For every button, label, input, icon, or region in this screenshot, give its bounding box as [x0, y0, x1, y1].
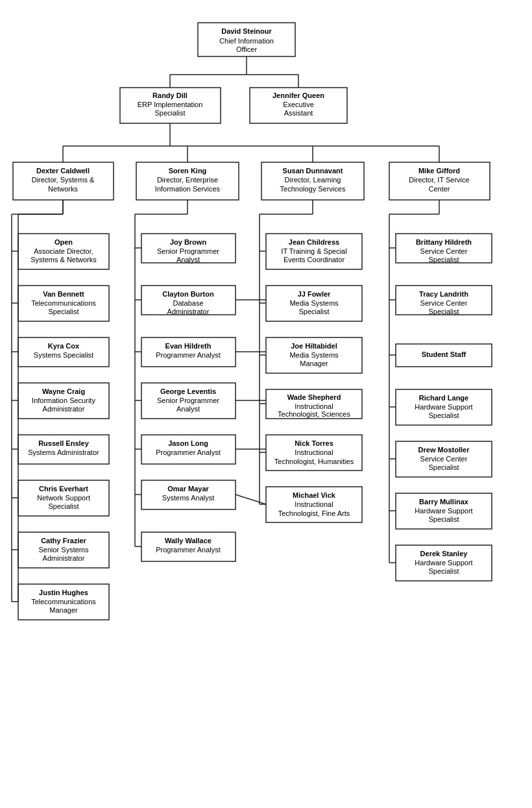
svg-text:Senior Systems: Senior Systems — [38, 546, 89, 554]
svg-text:Joy Brown: Joy Brown — [170, 238, 207, 246]
svg-text:Mike Gifford: Mike Gifford — [418, 167, 460, 175]
svg-text:Instructional: Instructional — [295, 500, 333, 508]
svg-text:Specialist: Specialist — [428, 411, 459, 419]
svg-text:Analyst: Analyst — [176, 405, 200, 413]
svg-text:Drew Mostoller: Drew Mostoller — [418, 446, 470, 454]
svg-text:Systems & Networks: Systems & Networks — [30, 256, 97, 263]
svg-text:Director, Systems &: Director, Systems & — [32, 176, 95, 184]
svg-text:Programmer Analyst: Programmer Analyst — [156, 448, 221, 456]
cio-title: Chief Information — [219, 37, 274, 45]
svg-text:Derek Stanley: Derek Stanley — [420, 550, 468, 557]
svg-text:Systems Specialist: Systems Specialist — [34, 351, 93, 359]
svg-text:Systems Analyst: Systems Analyst — [162, 494, 215, 502]
svg-text:Michael Vick: Michael Vick — [293, 491, 336, 499]
svg-text:Dexter Caldwell: Dexter Caldwell — [36, 167, 90, 175]
svg-text:Brittany Hildreth: Brittany Hildreth — [416, 238, 472, 246]
svg-text:Instructional: Instructional — [295, 402, 333, 410]
svg-text:ERP Implementation: ERP Implementation — [138, 101, 203, 108]
svg-text:Specialist: Specialist — [154, 109, 185, 117]
svg-text:Programmer Analyst: Programmer Analyst — [156, 351, 221, 359]
svg-text:Senior Programmer: Senior Programmer — [157, 397, 219, 404]
svg-text:Hardware Support: Hardware Support — [415, 559, 472, 567]
svg-text:Telecommunications: Telecommunications — [31, 598, 96, 606]
svg-text:Specialist: Specialist — [48, 308, 79, 315]
svg-text:Technologist, Sciences: Technologist, Sciences — [278, 410, 350, 418]
svg-text:Jennifer Queen: Jennifer Queen — [272, 92, 324, 99]
svg-text:Hardware Support: Hardware Support — [415, 507, 472, 515]
svg-text:Telecommunications: Telecommunications — [31, 299, 96, 307]
cio-name: David Steinour — [221, 27, 272, 35]
svg-line-188 — [236, 495, 266, 504]
svg-text:Russell Ensley: Russell Ensley — [38, 439, 90, 447]
svg-text:Instructional: Instructional — [295, 448, 333, 456]
cio-title2: Officer — [236, 45, 258, 53]
svg-text:Specialist: Specialist — [48, 502, 79, 510]
svg-text:Executive: Executive — [283, 101, 314, 108]
svg-text:Cathy Frazier: Cathy Frazier — [41, 537, 86, 545]
svg-text:Jean Childress: Jean Childress — [289, 238, 339, 246]
svg-text:Randy Dill: Randy Dill — [152, 92, 187, 99]
svg-text:Media Systems: Media Systems — [289, 299, 339, 307]
svg-text:Wade Shepherd: Wade Shepherd — [287, 393, 341, 401]
svg-text:Student Staff: Student Staff — [422, 350, 466, 358]
svg-text:Center: Center — [428, 185, 450, 193]
svg-text:Service Center: Service Center — [420, 247, 468, 255]
svg-text:Programmer Analyst: Programmer Analyst — [156, 546, 221, 554]
svg-text:Kyra Cox: Kyra Cox — [48, 342, 80, 350]
svg-text:Director, Enterprise: Director, Enterprise — [157, 176, 218, 184]
svg-text:George Leventis: George Leventis — [160, 387, 216, 395]
svg-text:Administrator: Administrator — [43, 554, 85, 562]
svg-text:Administrator: Administrator — [167, 308, 210, 315]
svg-text:Senior Programmer: Senior Programmer — [157, 247, 219, 255]
svg-text:Jason Long: Jason Long — [168, 439, 208, 447]
svg-text:Administrator: Administrator — [43, 405, 85, 413]
svg-text:Specialist: Specialist — [428, 515, 459, 523]
svg-text:Director, IT Service: Director, IT Service — [409, 176, 469, 184]
svg-text:JJ Fowler: JJ Fowler — [298, 290, 331, 298]
svg-text:Chris Everhart: Chris Everhart — [39, 485, 88, 493]
svg-text:Director, Learning: Director, Learning — [285, 176, 341, 184]
svg-text:Clayton Burton: Clayton Burton — [162, 290, 214, 298]
svg-text:Systems Administrator: Systems Administrator — [28, 448, 99, 456]
svg-text:Database: Database — [173, 299, 203, 307]
svg-text:Associate Director,: Associate Director, — [34, 247, 93, 255]
svg-text:Susan Dunnavant: Susan Dunnavant — [283, 167, 343, 175]
svg-text:IT Training & Special: IT Training & Special — [281, 247, 346, 255]
svg-text:Analyst: Analyst — [176, 256, 200, 263]
svg-text:Media Systems: Media Systems — [289, 351, 339, 359]
svg-text:Van Bennett: Van Bennett — [43, 290, 84, 298]
svg-text:Nick Torres: Nick Torres — [295, 439, 333, 447]
svg-text:Network Support: Network Support — [37, 494, 90, 502]
svg-text:Specialist: Specialist — [428, 463, 459, 471]
svg-text:Barry Mullinax: Barry Mullinax — [419, 498, 469, 506]
svg-text:Service Center: Service Center — [420, 299, 468, 307]
svg-text:Evan Hildreth: Evan Hildreth — [165, 342, 212, 350]
org-chart: David Steinour Chief Information Officer… — [6, 13, 526, 806]
org-chart-svg: David Steinour Chief Information Officer… — [6, 13, 526, 805]
svg-text:Specialist: Specialist — [298, 308, 329, 315]
svg-text:Assistant: Assistant — [284, 109, 313, 117]
svg-text:Information Services: Information Services — [155, 185, 221, 193]
svg-text:Manager: Manager — [300, 360, 328, 367]
svg-text:Technologist, Fine Arts: Technologist, Fine Arts — [278, 509, 350, 517]
svg-text:Wayne Craig: Wayne Craig — [42, 387, 85, 395]
svg-text:Tracy Landrith: Tracy Landrith — [419, 290, 468, 298]
svg-text:Events Coordinator: Events Coordinator — [284, 256, 345, 263]
svg-text:Justin Hughes: Justin Hughes — [39, 589, 88, 596]
svg-text:Information Security: Information Security — [32, 397, 95, 404]
svg-text:Manager: Manager — [49, 606, 78, 614]
svg-text:Specialist: Specialist — [428, 256, 459, 263]
svg-text:Joe Hiltabidel: Joe Hiltabidel — [291, 342, 337, 350]
svg-text:Specialist: Specialist — [428, 567, 459, 575]
svg-text:Open: Open — [54, 238, 73, 246]
svg-text:Technology Services: Technology Services — [280, 185, 346, 193]
svg-text:Hardware Support: Hardware Support — [415, 403, 472, 411]
svg-text:Soren King: Soren King — [169, 167, 207, 175]
svg-text:Technologist, Humanities: Technologist, Humanities — [274, 458, 354, 465]
svg-text:Networks: Networks — [48, 185, 78, 193]
svg-text:Richard Lange: Richard Lange — [419, 394, 468, 402]
svg-text:Wally Wallace: Wally Wallace — [165, 537, 212, 545]
svg-text:Omar Mayar: Omar Mayar — [167, 485, 209, 493]
svg-text:Service Center: Service Center — [420, 455, 468, 463]
svg-text:Specialist: Specialist — [428, 308, 459, 315]
